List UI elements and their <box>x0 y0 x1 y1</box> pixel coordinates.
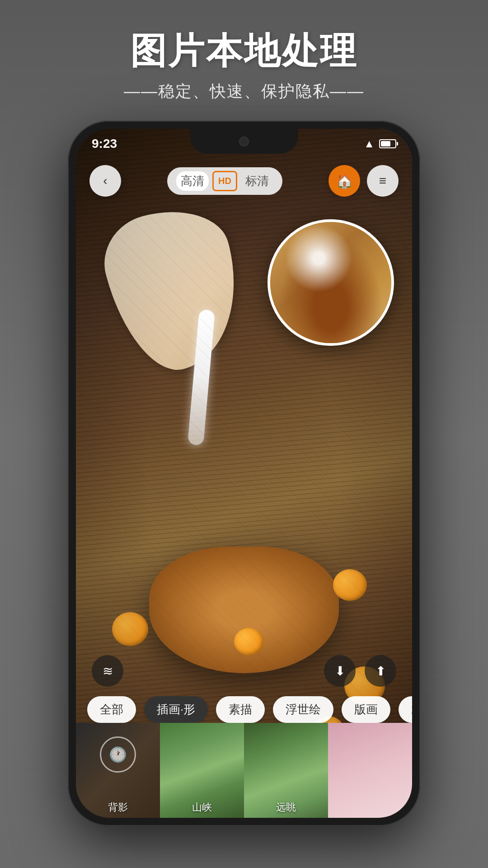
menu-button[interactable]: ≡ <box>367 165 399 197</box>
battery-icon <box>379 139 396 148</box>
phone-mockup: 9:23 ▲ <box>68 121 420 826</box>
beiying-circle-icon: 🕐 <box>100 736 136 773</box>
right-controls: 🏠 ≡ <box>328 165 399 197</box>
bottom-action-bar: ≋ ⬇ ⬆ <box>76 655 412 687</box>
filter-action-button[interactable]: ≋ <box>92 655 123 687</box>
status-icons: ▲ <box>364 137 396 150</box>
filter-preview-pink[interactable] <box>328 723 412 818</box>
quality-standard-button[interactable]: 标清 <box>241 171 273 191</box>
home-icon: 🏠 <box>336 173 353 189</box>
quality-selector: 高清 HD 标清 <box>167 167 282 195</box>
filter-previews-row: 🕐 背影 山峡 远眺 <box>76 723 412 818</box>
tab-woodprint[interactable]: 版画 <box>342 696 390 723</box>
tab-all[interactable]: 全部 <box>87 696 136 723</box>
front-camera <box>239 137 249 146</box>
wifi-icon: ▲ <box>364 137 375 150</box>
tab-more[interactable]: 水 <box>399 696 412 723</box>
filter-icon: ≋ <box>103 664 113 679</box>
original-photo-inner <box>270 222 391 343</box>
page-subtitle: ——稳定、快速、保护隐私—— <box>124 80 364 103</box>
battery-fill <box>381 141 390 146</box>
beiying-label: 背影 <box>76 801 160 814</box>
quality-high-button[interactable]: 高清 <box>176 171 209 191</box>
yuantiao-label: 远眺 <box>244 801 328 814</box>
page-title: 图片本地处理 <box>124 27 364 76</box>
shanxia-label: 山峡 <box>160 801 244 814</box>
share-icon: ⬆ <box>375 664 386 679</box>
phone-screen: 9:23 ▲ <box>76 129 412 818</box>
phone-notch <box>190 129 298 154</box>
filter-preview-beiying[interactable]: 🕐 背影 <box>76 723 160 818</box>
status-time: 9:23 <box>92 137 117 151</box>
filter-preview-shanxia[interactable]: 山峡 <box>160 723 244 818</box>
original-photo-preview <box>267 219 394 346</box>
share-button[interactable]: ⬆ <box>365 655 396 687</box>
menu-icon: ≡ <box>379 174 386 188</box>
filter-tabs-bar: 全部 插画·形 素描 浮世绘 版画 水 <box>76 696 412 723</box>
filter-preview-yuantiao[interactable]: 远眺 <box>244 723 328 818</box>
hd-badge: HD <box>212 171 237 191</box>
tab-ukiyo[interactable]: 浮世绘 <box>273 696 333 723</box>
right-action-buttons: ⬇ ⬆ <box>324 655 396 687</box>
back-icon: ‹ <box>103 174 107 188</box>
header-section: 图片本地处理 ——稳定、快速、保护隐私—— <box>124 27 364 103</box>
back-button[interactable]: ‹ <box>89 165 121 197</box>
tab-sketch[interactable]: 素描 <box>216 696 265 723</box>
tab-illustration[interactable]: 插画·形 <box>144 696 208 723</box>
phone-outer-frame: 9:23 ▲ <box>68 121 420 826</box>
download-button[interactable]: ⬇ <box>324 655 356 687</box>
top-controls-bar: ‹ 高清 HD 标清 🏠 ≡ <box>76 165 412 197</box>
home-button[interactable]: 🏠 <box>328 165 360 197</box>
download-icon: ⬇ <box>335 664 345 679</box>
